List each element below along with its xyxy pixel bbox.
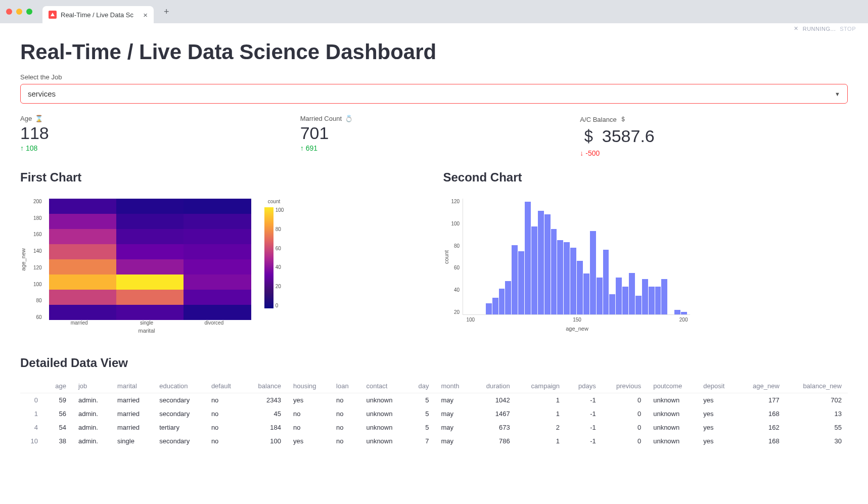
metric-label: Age ⌛ [20,115,288,122]
heatmap-xlabel: marital [45,328,248,334]
column-header[interactable]: poutcome [647,379,697,393]
table-cell: 162 [738,421,786,434]
hist-bar [492,298,498,314]
column-header[interactable]: housing [287,379,330,393]
column-header[interactable]: marital [111,379,153,393]
hist-bar [597,278,603,314]
table-cell: may [435,407,472,421]
table-cell: no [205,407,244,421]
colorbar-ticks: 100806040200 [276,207,284,308]
browser-tab-bar: Real-Time / Live Data Sc × + [0,0,868,23]
table-cell: admin. [72,393,111,407]
table-cell: 7 [407,434,435,448]
table-cell: admin. [72,434,111,448]
column-header[interactable]: deposit [697,379,738,393]
table-cell: 0 [602,393,647,407]
streamlit-favicon [49,11,57,19]
column-header[interactable]: day [407,379,435,393]
table-cell: 30 [786,434,848,448]
hist-bar [622,287,628,314]
table-cell: 2343 [244,393,287,407]
table-cell: secondary [153,393,205,407]
hist-bar [518,251,524,314]
hist-bar [564,242,570,314]
arrow-down-icon: ↓ [580,149,583,157]
column-header[interactable]: loan [330,379,360,393]
hist-bar [525,202,531,315]
column-header[interactable]: balance [244,379,287,393]
close-tab-icon[interactable]: × [143,11,148,19]
colorbar-gradient [264,207,273,308]
heatmap-chart: age_new 2001801601401201008060 count 100… [20,199,425,320]
minimize-window-icon[interactable] [16,9,22,15]
hist-bar [486,303,492,314]
column-header[interactable]: age [44,379,72,393]
hist-bar [635,296,642,314]
chevron-down-icon: ▼ [835,91,840,97]
table-cell: no [330,407,360,421]
table-cell: -1 [566,421,602,434]
page-title: Real-Time / Live Data Science Dashboard [20,40,848,64]
select-label: Select the Job [20,73,848,81]
metric-delta: ↑ 108 [20,144,288,152]
table-row: 454admin.marriedtertiaryno184nonounknown… [20,421,848,434]
table-cell: 45 [244,407,287,421]
table-cell: yes [287,393,330,407]
table-cell: may [435,421,472,434]
column-header[interactable]: education [153,379,205,393]
table-cell: 1 [20,407,44,421]
hist-area [463,199,690,315]
hist-bar [674,310,680,314]
colorbar: count 100806040200 [264,199,284,308]
hist-bar [629,273,635,314]
column-header[interactable]: default [205,379,244,393]
table-cell: 673 [472,421,516,434]
metric-card: A/C Balance ＄＄ 3587.6↓ -500 [580,115,848,157]
table-cell: 5 [407,421,435,434]
table-cell: no [287,421,330,434]
job-select[interactable]: services ▼ [20,84,848,104]
hist-bar [557,240,563,314]
data-table-wrap[interactable]: agejobmaritaleducationdefaultbalancehous… [20,379,848,448]
table-cell: admin. [72,407,111,421]
table-cell: yes [697,407,738,421]
table-cell: yes [697,421,738,434]
hist-bar [512,245,518,314]
hist-bar [499,289,505,314]
heatmap-grid [49,199,251,320]
table-cell: -1 [566,407,602,421]
stop-button[interactable]: Stop [840,26,856,32]
column-header[interactable]: age_new [738,379,786,393]
column-header[interactable]: campaign [516,379,566,393]
table-cell: unknown [647,421,697,434]
column-header[interactable]: duration [472,379,516,393]
table-cell: unknown [360,407,407,421]
table-cell: 168 [738,434,786,448]
hist-bar [544,214,551,314]
column-header[interactable]: balance_new [786,379,848,393]
new-tab-button[interactable]: + [164,7,169,17]
column-header[interactable]: previous [602,379,647,393]
table-cell: married [111,393,153,407]
hist-bar [570,248,576,314]
browser-tab[interactable]: Real-Time / Live Data Sc × [42,6,154,23]
column-header[interactable] [20,379,44,393]
column-header[interactable]: month [435,379,472,393]
column-header[interactable]: job [72,379,111,393]
table-cell: 5 [407,407,435,421]
data-table: agejobmaritaleducationdefaultbalancehous… [20,379,848,448]
table-cell: 177 [738,393,786,407]
table-cell: may [435,434,472,448]
table-title: Detailed Data View [20,356,848,370]
metric-delta: ↓ -500 [580,149,848,157]
hist-bar [531,226,537,314]
table-cell: admin. [72,421,111,434]
close-window-icon[interactable] [6,9,12,15]
table-cell: 5 [407,393,435,407]
hist-bar [649,287,655,314]
maximize-window-icon[interactable] [26,9,32,15]
hist-bar [505,281,511,314]
column-header[interactable]: contact [360,379,407,393]
column-header[interactable]: pdays [566,379,602,393]
table-cell: unknown [647,393,697,407]
